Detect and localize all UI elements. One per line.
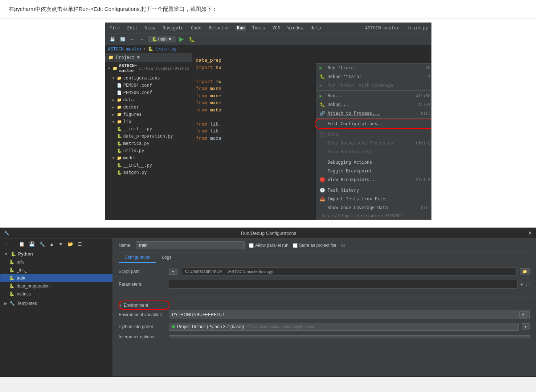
menu-run-train[interactable]: ▶ Run 'train' Shift+F10 bbox=[316, 64, 431, 72]
menu-code[interactable]: Code bbox=[189, 25, 203, 31]
remove-config-btn[interactable]: − bbox=[11, 241, 16, 248]
dialog-tree-templates[interactable]: ▶ 🔧 Templates bbox=[0, 299, 112, 307]
run-btn[interactable]: ▶ bbox=[178, 35, 185, 43]
menu-vcs[interactable]: VCS bbox=[271, 25, 282, 31]
menu-code-coverage[interactable]: Show Code Coverage Data Ctrl+Alt+F6 bbox=[316, 203, 431, 212]
data-prep-name: data_preparation.py bbox=[123, 134, 173, 139]
script-path-dropdown[interactable]: ▼ bbox=[169, 269, 177, 275]
add-config-btn[interactable]: + bbox=[3, 241, 9, 248]
run-train-label: Run 'train' bbox=[328, 65, 356, 70]
tree-configurations[interactable]: ▼ 📁 configurations bbox=[105, 74, 192, 82]
breadcrumb-file[interactable]: 🐍 train.py bbox=[148, 46, 177, 52]
menu-toggle-breakpoint[interactable]: Toggle Breakpoint ▶ bbox=[316, 167, 431, 175]
menu-debug-train[interactable]: 🐛 Debug 'train' Shift+F9 bbox=[316, 72, 431, 81]
config-wrench[interactable]: 🔧 bbox=[38, 241, 46, 248]
menu-tools[interactable]: Tools bbox=[250, 25, 266, 31]
script-path-row: Script path: ▼ C:\Users\admin\De \ASTGCN… bbox=[119, 268, 530, 275]
tree-pems04[interactable]: 📄 PEMS04.conf bbox=[105, 82, 192, 89]
store-as-project-checkbox[interactable] bbox=[293, 243, 298, 248]
parameters-label: Parameters: bbox=[119, 282, 166, 287]
menu-edit[interactable]: Edit bbox=[126, 25, 139, 31]
tab-configuration[interactable]: Configuration bbox=[119, 253, 156, 263]
interpreter-dropdown-btn[interactable]: ▼ bbox=[521, 323, 530, 330]
tree-root[interactable]: ▼ 📁 ASTGCN-master C:\Users\admin\Deskto bbox=[105, 62, 192, 74]
move-down-btn[interactable]: ▼ bbox=[57, 241, 65, 248]
menu-navigate[interactable]: Navigate bbox=[161, 25, 185, 31]
pems04-name: PEMS04.conf bbox=[123, 83, 152, 88]
tree-pems08[interactable]: 📄 PEMS08.conf bbox=[105, 89, 192, 96]
menu-view[interactable]: View bbox=[143, 25, 157, 31]
sort-btn[interactable]: 📂 bbox=[66, 241, 75, 248]
env-vars-value[interactable]: PYTHONUNBUFFERED=1 ⊞ bbox=[169, 310, 530, 319]
dialog-tree-metrics[interactable]: 🐍 metrics bbox=[0, 290, 112, 298]
pems08-icon: 📄 bbox=[117, 90, 122, 95]
menu-attach[interactable]: 🔗 Attach to Process... Ctrl+Alt+F5 bbox=[316, 109, 431, 118]
dialog-tree-python[interactable]: ▼ 🐍 Python bbox=[0, 250, 112, 258]
dialog-tree-train[interactable]: 🐍 train bbox=[0, 274, 112, 282]
env-section-header[interactable]: ▼ Environment bbox=[119, 301, 530, 310]
gear-icon[interactable]: ⚙ bbox=[340, 242, 345, 249]
menu-view-breakpoints[interactable]: 🔴 View Breakpoints... Ctrl+Shift+F8 bbox=[316, 175, 431, 184]
env-copy-btn[interactable]: ⊞ bbox=[519, 311, 527, 318]
tree-utils[interactable]: 🐍 utils.py bbox=[105, 147, 192, 154]
name-input[interactable] bbox=[136, 241, 245, 249]
dialog-close-btn[interactable]: ✕ bbox=[528, 230, 532, 236]
script-path-browse[interactable]: 📁 bbox=[520, 268, 530, 275]
tree-figures[interactable]: ▶ 📁 figures bbox=[105, 111, 192, 118]
train-btn[interactable]: 🐍 train ▼ bbox=[148, 36, 176, 42]
filter-btn[interactable]: ☰ bbox=[76, 241, 83, 248]
divider-4 bbox=[316, 157, 431, 157]
parameters-add-btn[interactable]: + bbox=[520, 281, 523, 287]
toolbar: 💾 🔄 ← → 🐍 train ▼ ▶ 🐛 bbox=[105, 33, 431, 45]
menu-debug-actions[interactable]: Debugging Actions ▶ bbox=[316, 158, 431, 167]
dialog-top-bar: Name: Allow parallel run Store as projec… bbox=[113, 238, 536, 253]
interpreter-value[interactable]: Project Default (Python 3.7 (base)) C:\U… bbox=[169, 323, 519, 331]
copy-config-btn[interactable]: 📋 bbox=[17, 241, 26, 248]
breadcrumb-root[interactable]: ASTGCN-master bbox=[108, 46, 142, 52]
tree-astgcn[interactable]: 🐍 astgcn.py bbox=[105, 169, 192, 176]
menu-help[interactable]: Help bbox=[309, 25, 323, 31]
menu-import-tests[interactable]: 📥 Import Tests from File... bbox=[316, 195, 431, 203]
tree-init-model[interactable]: 🐍 __init__.py bbox=[105, 162, 192, 169]
menu-run[interactable]: Run bbox=[236, 25, 246, 31]
tree-metrics[interactable]: 🐍 metrics.py bbox=[105, 140, 192, 147]
script-path-input[interactable]: C:\Users\admin\De \ASTGCN-master\train.p… bbox=[182, 268, 517, 275]
model-name: model bbox=[123, 155, 136, 160]
tree-init-lib[interactable]: 🐍 __init__.py bbox=[105, 125, 192, 132]
menu-debug-dots[interactable]: 🐛 Debug... Alt+Shift+F9 bbox=[316, 100, 431, 109]
tree-model[interactable]: ▼ 📁 model bbox=[105, 154, 192, 162]
dialog-tree-init[interactable]: 🐍 _init_ bbox=[0, 266, 112, 274]
interpreter-text: Project Default (Python 3.7 (base)) bbox=[177, 324, 244, 329]
menu-refactor[interactable]: Refactor bbox=[207, 25, 231, 31]
tree-lib[interactable]: ▼ 📁 lib bbox=[105, 118, 192, 125]
move-up-btn[interactable]: ▲ bbox=[48, 241, 56, 248]
dialog-tree-data-prep[interactable]: 🐍 data_preparation bbox=[0, 282, 112, 290]
tree-data[interactable]: ▶ 📁 data bbox=[105, 96, 192, 103]
code-coverage-shortcut: Ctrl+Alt+F6 bbox=[421, 205, 431, 210]
back-btn[interactable]: ← bbox=[129, 36, 136, 42]
menu-window[interactable]: Window bbox=[286, 25, 304, 31]
allow-parallel-checkbox[interactable] bbox=[249, 243, 254, 248]
dialog-tree-utils[interactable]: 🐍 utils bbox=[0, 258, 112, 266]
menu-file[interactable]: File bbox=[108, 25, 122, 31]
menu-edit-configurations[interactable]: Edit Configurations... bbox=[316, 119, 431, 128]
tab-logs[interactable]: Logs bbox=[156, 253, 177, 263]
interpreter-options-value[interactable] bbox=[169, 335, 530, 338]
figures-arrow: ▶ bbox=[112, 113, 115, 117]
tree-data-prep[interactable]: 🐍 data_preparation.py bbox=[105, 132, 192, 140]
parameters-input[interactable] bbox=[169, 280, 517, 289]
sync-btn[interactable]: 🔄 bbox=[119, 36, 127, 42]
run-dots-label: Run... bbox=[328, 93, 343, 98]
tree-docker[interactable]: ▶ 📁 docker bbox=[105, 103, 192, 111]
data-prep-py-icon: 🐍 bbox=[9, 283, 15, 289]
menu-run-dots[interactable]: ▶ Run... Alt+Shift+F10 bbox=[316, 91, 431, 100]
parameters-expand-btn[interactable]: ⛶ bbox=[526, 282, 530, 286]
forward-btn[interactable]: → bbox=[139, 36, 146, 42]
save-config-btn[interactable]: 💾 bbox=[28, 241, 36, 248]
debug-btn[interactable]: 🐛 bbox=[187, 36, 196, 43]
interpreter-row: Python interpreter: Project Default (Pyt… bbox=[119, 323, 530, 331]
menu-test-history[interactable]: 🕐 Test History ▶ bbox=[316, 186, 431, 195]
dialog-body: + − 📋 💾 🔧 ▲ ▼ 📂 ☰ ▼ 🐍 Python 🐍 utils bbox=[0, 238, 536, 376]
root-path: C:\Users\admin\Deskto bbox=[139, 66, 189, 71]
save-btn[interactable]: 💾 bbox=[108, 36, 116, 42]
